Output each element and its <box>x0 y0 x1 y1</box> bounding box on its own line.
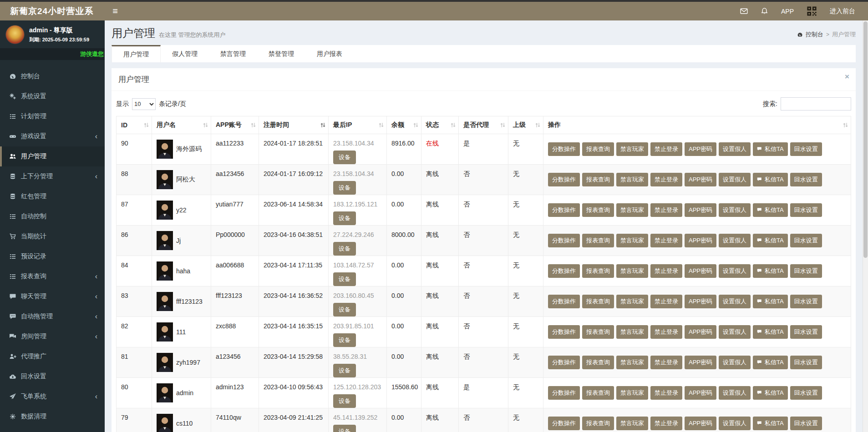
score-operation-button[interactable]: 分数操作 <box>548 386 580 400</box>
rebate-setting-button[interactable]: 回水设置 <box>790 356 822 369</box>
ban-login-button[interactable]: 禁止登录 <box>650 356 682 369</box>
private-message-button[interactable]: 私信TA <box>753 295 788 308</box>
app-password-button[interactable]: APP密码 <box>685 203 716 217</box>
private-message-button[interactable]: 私信TA <box>753 264 788 278</box>
sidebar-item-rebate-settings[interactable]: 回水设置 <box>0 367 105 387</box>
set-fake-user-button[interactable]: 设置假人 <box>719 417 751 430</box>
sidebar-item-room-management[interactable]: 房间管理‹ <box>0 327 105 347</box>
set-fake-user-button[interactable]: 设置假人 <box>719 264 751 278</box>
score-operation-button[interactable]: 分数操作 <box>548 325 580 339</box>
ban-login-button[interactable]: 禁止登录 <box>650 264 682 278</box>
mute-player-button[interactable]: 禁言玩家 <box>616 356 648 369</box>
enter-frontend-button[interactable]: 进入前台 <box>823 2 862 20</box>
ban-login-button[interactable]: 禁止登录 <box>650 386 682 400</box>
device-button[interactable]: 设备 <box>333 394 356 408</box>
app-password-button[interactable]: APP密码 <box>685 264 716 278</box>
sidebar-item-report-query[interactable]: 报表查询‹ <box>0 266 105 286</box>
report-query-button[interactable]: 报表查询 <box>582 142 614 156</box>
column-header-reg-time[interactable]: 注册时间 <box>259 116 329 134</box>
sidebar-item-game-settings[interactable]: 游戏设置‹ <box>0 126 105 146</box>
sidebar-item-credit-management[interactable]: 上下分管理‹ <box>0 166 105 186</box>
device-button[interactable]: 设备 <box>333 211 356 225</box>
report-query-button[interactable]: 报表查询 <box>582 173 614 186</box>
mute-player-button[interactable]: 禁言玩家 <box>616 325 648 339</box>
app-password-button[interactable]: APP密码 <box>685 234 716 247</box>
qr-code-button[interactable] <box>800 2 823 20</box>
score-operation-button[interactable]: 分数操作 <box>548 356 580 369</box>
tab-login-ban-management[interactable]: 禁登管理 <box>257 45 305 62</box>
sidebar-item-system-settings[interactable]: 系统设置 <box>0 86 105 106</box>
score-operation-button[interactable]: 分数操作 <box>548 264 580 278</box>
tab-user-management[interactable]: 用户管理 <box>112 45 161 62</box>
column-header-last-ip[interactable]: 最后IP <box>329 116 387 134</box>
ban-login-button[interactable]: 禁止登录 <box>650 325 682 339</box>
mute-player-button[interactable]: 禁言玩家 <box>616 264 648 278</box>
sidebar-item-redpacket-management[interactable]: 红包管理 <box>0 186 105 206</box>
app-password-button[interactable]: APP密码 <box>685 417 716 430</box>
scrollbar-thumb[interactable] <box>863 21 868 258</box>
set-fake-user-button[interactable]: 设置假人 <box>719 142 751 156</box>
report-query-button[interactable]: 报表查询 <box>582 417 614 430</box>
app-button[interactable]: APP <box>775 2 800 20</box>
private-message-button[interactable]: 私信TA <box>753 173 788 186</box>
private-message-button[interactable]: 私信TA <box>753 234 788 247</box>
rebate-setting-button[interactable]: 回水设置 <box>790 417 822 430</box>
column-header-username[interactable]: 用户名 <box>152 116 211 134</box>
tab-mute-management[interactable]: 禁言管理 <box>209 45 257 62</box>
app-password-button[interactable]: APP密码 <box>685 325 716 339</box>
set-fake-user-button[interactable]: 设置假人 <box>719 325 751 339</box>
rebate-setting-button[interactable]: 回水设置 <box>790 386 822 400</box>
mute-player-button[interactable]: 禁言玩家 <box>616 417 648 430</box>
score-operation-button[interactable]: 分数操作 <box>548 295 580 308</box>
tab-user-reports[interactable]: 用户报表 <box>305 45 354 62</box>
private-message-button[interactable]: 私信TA <box>753 417 788 430</box>
column-header-balance[interactable]: 余额 <box>387 116 421 134</box>
ban-login-button[interactable]: 禁止登录 <box>650 142 682 156</box>
ban-login-button[interactable]: 禁止登录 <box>650 295 682 308</box>
column-header-app-account[interactable]: APP账号 <box>211 116 259 134</box>
device-button[interactable]: 设备 <box>333 151 356 164</box>
device-button[interactable]: 设备 <box>333 272 356 286</box>
sidebar-item-user-management[interactable]: 用户管理 <box>0 146 105 166</box>
rebate-setting-button[interactable]: 回水设置 <box>790 264 822 278</box>
sidebar-item-plan-management[interactable]: 计划管理 <box>0 106 105 126</box>
device-button[interactable]: 设备 <box>333 181 356 195</box>
ban-login-button[interactable]: 禁止登录 <box>650 173 682 186</box>
report-query-button[interactable]: 报表查询 <box>582 264 614 278</box>
report-query-button[interactable]: 报表查询 <box>582 203 614 217</box>
column-header-id[interactable]: ID <box>117 116 152 134</box>
rebate-setting-button[interactable]: 回水设置 <box>790 325 822 339</box>
report-query-button[interactable]: 报表查询 <box>582 386 614 400</box>
sidebar-item-chat-management[interactable]: 聊天管理‹ <box>0 286 105 306</box>
mute-player-button[interactable]: 禁言玩家 <box>616 173 648 186</box>
sidebar-item-preset-records[interactable]: 预设记录 <box>0 246 105 266</box>
column-header-parent[interactable]: 上级 <box>508 116 543 134</box>
notifications-button[interactable] <box>754 2 775 20</box>
device-button[interactable]: 设备 <box>333 303 356 316</box>
mute-player-button[interactable]: 禁言玩家 <box>616 386 648 400</box>
set-fake-user-button[interactable]: 设置假人 <box>719 295 751 308</box>
sidebar-item-agent-promotion[interactable]: 代理推广 <box>0 347 105 367</box>
messages-button[interactable] <box>734 2 754 20</box>
sidebar-item-dashboard[interactable]: 控制台 <box>0 66 105 86</box>
report-query-button[interactable]: 报表查询 <box>582 234 614 247</box>
sidebar-item-manual-draw[interactable]: 手动开奖 <box>0 427 105 432</box>
column-header-is-agent[interactable]: 是否代理 <box>459 116 508 134</box>
sidebar-item-data-cleanup[interactable]: 数据清理 <box>0 407 105 427</box>
score-operation-button[interactable]: 分数操作 <box>548 142 580 156</box>
set-fake-user-button[interactable]: 设置假人 <box>719 386 751 400</box>
device-button[interactable]: 设备 <box>333 333 356 347</box>
sidebar-item-auto-shill-management[interactable]: 自动拖管理‹ <box>0 306 105 327</box>
device-button[interactable]: 设备 <box>333 242 356 256</box>
mute-player-button[interactable]: 禁言玩家 <box>616 203 648 217</box>
rebate-setting-button[interactable]: 回水设置 <box>790 234 822 247</box>
score-operation-button[interactable]: 分数操作 <box>548 173 580 186</box>
ban-login-button[interactable]: 禁止登录 <box>650 234 682 247</box>
sidebar-item-current-stats[interactable]: 当期统计 <box>0 226 105 246</box>
sidebar-item-bet-forward-system[interactable]: 飞单系统‹ <box>0 387 105 407</box>
sidebar-toggle-button[interactable]: ≡ <box>105 2 126 20</box>
app-password-button[interactable]: APP密码 <box>685 142 716 156</box>
device-button[interactable]: 设备 <box>333 425 356 432</box>
mute-player-button[interactable]: 禁言玩家 <box>616 234 648 247</box>
app-password-button[interactable]: APP密码 <box>685 386 716 400</box>
